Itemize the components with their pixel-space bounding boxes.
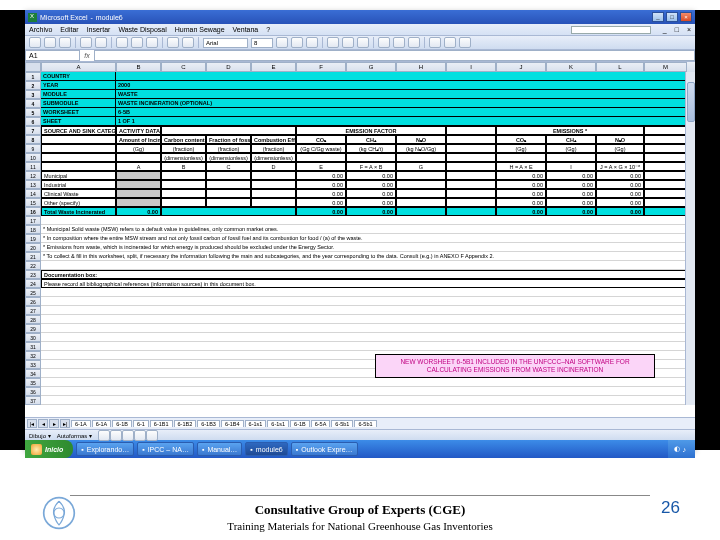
- cell[interactable]: 0.00: [346, 171, 396, 180]
- col-header[interactable]: E: [251, 62, 296, 72]
- cell[interactable]: 0.00: [596, 180, 644, 189]
- formula-input[interactable]: [94, 50, 695, 61]
- inner-close[interactable]: ×: [687, 26, 691, 33]
- cell[interactable]: E: [296, 162, 346, 171]
- cell[interactable]: [251, 189, 296, 198]
- cell[interactable]: [644, 153, 687, 162]
- cell[interactable]: 6-5B: [116, 108, 687, 117]
- cell[interactable]: CO₂: [296, 135, 346, 144]
- tab-nav-next-icon[interactable]: ▸: [49, 419, 59, 428]
- row-header[interactable]: 10: [25, 153, 41, 162]
- sheet-tab[interactable]: 6-5b1: [331, 420, 353, 427]
- cell[interactable]: [116, 153, 161, 162]
- cell[interactable]: C: [206, 162, 251, 171]
- cell[interactable]: Amount of Incinerated Wastes: [116, 135, 161, 144]
- cell[interactable]: * Municipal Solid waste (MSW) refers to …: [41, 225, 687, 234]
- paste-icon[interactable]: [146, 37, 158, 48]
- row-header[interactable]: 33: [25, 360, 41, 369]
- cell[interactable]: 0.00: [496, 189, 546, 198]
- taskbar-item[interactable]: ▪module6: [245, 442, 287, 456]
- start-button[interactable]: Inicio: [25, 440, 73, 458]
- col-header[interactable]: C: [161, 62, 206, 72]
- cell[interactable]: N₂O: [596, 135, 644, 144]
- cell[interactable]: (Gg): [546, 144, 596, 153]
- oval-icon[interactable]: [134, 430, 146, 441]
- cell[interactable]: 0.00: [546, 180, 596, 189]
- cell[interactable]: [161, 189, 206, 198]
- cell[interactable]: Fraction of fossil carbon: [206, 135, 251, 144]
- comma-icon[interactable]: [408, 37, 420, 48]
- cell[interactable]: [41, 333, 687, 342]
- font-size-box[interactable]: 8: [251, 38, 273, 48]
- tab-nav-first-icon[interactable]: |◂: [27, 419, 37, 428]
- sheet-tab[interactable]: 6-5A: [311, 420, 331, 427]
- cell[interactable]: [41, 378, 687, 387]
- cell[interactable]: WORKSHEET: [41, 108, 116, 117]
- row-header[interactable]: 2: [25, 81, 41, 90]
- cell[interactable]: [251, 171, 296, 180]
- row-header[interactable]: 35: [25, 378, 41, 387]
- row-header[interactable]: 28: [25, 315, 41, 324]
- row-header[interactable]: 23: [25, 270, 41, 279]
- sheet-tab[interactable]: 6-1s1: [267, 420, 289, 427]
- row-header[interactable]: 20: [25, 243, 41, 252]
- inner-minimize[interactable]: _: [663, 26, 667, 33]
- taskbar-item[interactable]: ▪Manual…: [197, 442, 242, 456]
- cell[interactable]: [644, 126, 687, 135]
- cell[interactable]: D: [251, 162, 296, 171]
- currency-icon[interactable]: [378, 37, 390, 48]
- cell[interactable]: 0.00: [296, 180, 346, 189]
- cell[interactable]: B: [161, 162, 206, 171]
- cell[interactable]: 0.00: [596, 198, 644, 207]
- draw-menu[interactable]: Dibujo ▾: [29, 432, 51, 439]
- cell[interactable]: * To collect & fill in this worksheet, s…: [41, 252, 687, 261]
- col-header[interactable]: A: [41, 62, 116, 72]
- row-header[interactable]: 1: [25, 72, 41, 81]
- tray-icon[interactable]: ◐: [674, 445, 680, 453]
- cell[interactable]: [644, 180, 687, 189]
- sheet-tab[interactable]: 6-1B2: [174, 420, 197, 427]
- cell[interactable]: Other (specify): [41, 198, 116, 207]
- cell[interactable]: Please record all bibliographical refere…: [41, 279, 687, 288]
- row-header[interactable]: 8: [25, 135, 41, 144]
- cell[interactable]: [41, 261, 687, 270]
- tray-icon[interactable]: ♪: [683, 446, 687, 453]
- cell[interactable]: [446, 189, 496, 198]
- cell[interactable]: 0.00: [496, 180, 546, 189]
- cell[interactable]: [41, 216, 687, 225]
- cell[interactable]: ACTIVITY DATA: [116, 126, 161, 135]
- cell[interactable]: (fraction): [161, 144, 206, 153]
- row-header[interactable]: 16: [25, 207, 41, 216]
- cell[interactable]: Combustion Efficiency: [251, 135, 296, 144]
- cell[interactable]: [446, 198, 496, 207]
- cell[interactable]: * Emissions from waste, which is inciner…: [41, 243, 687, 252]
- cell[interactable]: (Gg C/Gg waste): [296, 144, 346, 153]
- fx-icon[interactable]: fx: [80, 52, 94, 59]
- cell[interactable]: (Gg): [496, 144, 546, 153]
- cell[interactable]: 0.00: [496, 198, 546, 207]
- cell[interactable]: Clinical Waste: [41, 189, 116, 198]
- col-header[interactable]: K: [546, 62, 596, 72]
- italic-icon[interactable]: [291, 37, 303, 48]
- sheet-tab[interactable]: 6-1: [133, 420, 149, 427]
- sheet-tab[interactable]: 6-1A: [92, 420, 112, 427]
- tab-nav-prev-icon[interactable]: ◂: [38, 419, 48, 428]
- cell[interactable]: 0.00: [346, 207, 396, 216]
- undo-icon[interactable]: [167, 37, 179, 48]
- cell[interactable]: (kg N₂O/Gg): [396, 144, 446, 153]
- fill-color-icon[interactable]: [444, 37, 456, 48]
- cell[interactable]: SUBMODULE: [41, 99, 116, 108]
- col-header[interactable]: H: [396, 62, 446, 72]
- sheet-tab[interactable]: 6-1B1: [150, 420, 173, 427]
- cell[interactable]: 0.00: [346, 198, 396, 207]
- cell[interactable]: Documentation box:: [41, 270, 687, 279]
- cell[interactable]: 0.00: [546, 189, 596, 198]
- cell[interactable]: [206, 180, 251, 189]
- cell[interactable]: (fraction): [206, 144, 251, 153]
- row-header[interactable]: 32: [25, 351, 41, 360]
- vertical-scrollbar[interactable]: [685, 72, 695, 405]
- sheet-tab[interactable]: 6-1s1: [245, 420, 267, 427]
- menu-waste-disposal[interactable]: Waste Disposal: [118, 26, 166, 33]
- cell[interactable]: [496, 153, 546, 162]
- cell[interactable]: 0.00: [596, 189, 644, 198]
